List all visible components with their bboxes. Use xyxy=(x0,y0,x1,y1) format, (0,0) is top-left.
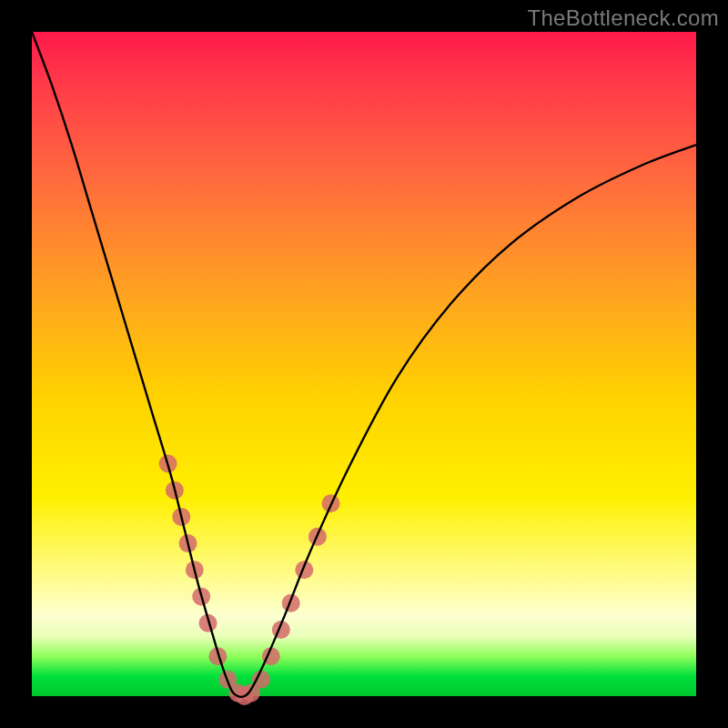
highlight-dot xyxy=(252,671,270,689)
bottleneck-curve-path xyxy=(32,32,696,697)
chart-frame: TheBottleneck.com xyxy=(0,0,728,728)
plot-area xyxy=(32,32,696,696)
marker-layer xyxy=(159,455,340,706)
bottleneck-curve-svg xyxy=(32,32,696,696)
watermark-text: TheBottleneck.com xyxy=(527,5,719,31)
